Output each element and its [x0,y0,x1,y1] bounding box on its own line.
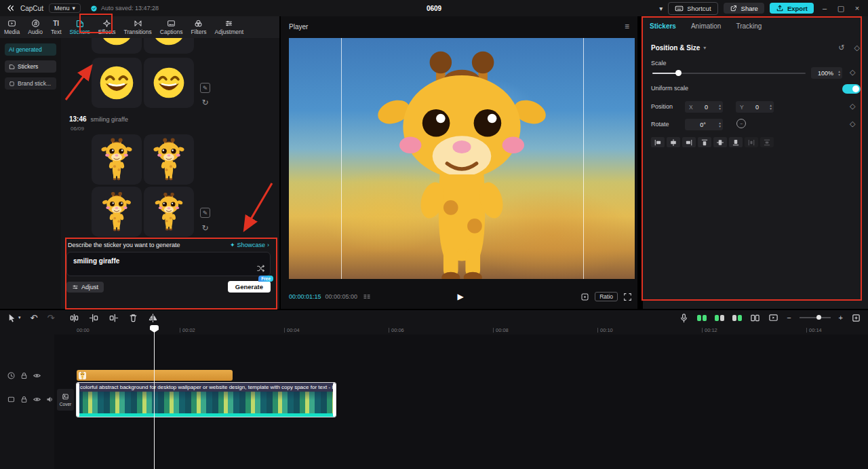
rotate-value-box[interactable]: 0° ▴▾ [685,119,723,130]
cover-button[interactable]: Cover [57,389,74,411]
scale-value-box[interactable]: 100% ▴▾ [811,67,842,79]
split-icon[interactable] [69,313,79,323]
scale-slider[interactable] [652,70,806,77]
sidebar-item-stickers[interactable]: Stickers [5,60,56,73]
maximize-button[interactable]: ▢ [835,4,846,13]
zoom-in-icon[interactable]: + [839,314,843,322]
delete-right-icon[interactable] [108,313,119,323]
preview-axis-icon[interactable] [768,313,778,323]
share-button[interactable]: Share [724,3,764,14]
scale-slider-knob[interactable] [675,70,682,76]
player-menu-icon[interactable]: ≡ [625,22,629,31]
mute-icon[interactable] [45,395,54,404]
zoom-out-icon[interactable]: − [787,314,791,322]
regenerate-icon[interactable]: ↻ [200,223,210,233]
menu-button[interactable]: Menu ▾ [49,3,81,13]
sidebar-item-brand-stickers[interactable]: Brand stick... [5,77,56,90]
split-view-icon[interactable] [750,313,760,323]
sticker-result-emoji[interactable] [144,38,194,54]
minimize-button[interactable]: – [819,4,830,12]
close-button[interactable]: × [852,4,863,12]
caret-down-icon[interactable]: ▾ [18,315,21,320]
clock-icon[interactable] [7,371,16,380]
reset-icon[interactable]: ↺ [838,43,844,52]
position-x-box[interactable]: X 0 ▴▾ [685,101,723,113]
edit-prompt-icon[interactable]: ✎ [200,208,210,218]
redo-icon[interactable]: ↷ [47,314,54,322]
tab-text[interactable]: TI Text [47,16,66,38]
align-bottom-button[interactable] [729,137,743,147]
tab-stickers[interactable]: Stickers [66,16,94,38]
tab-filters[interactable]: Filters [186,16,210,38]
align-center-horizontal-button[interactable] [667,137,680,147]
stepper-down-icon[interactable]: ▾ [838,73,840,77]
showcase-link[interactable]: ✦ Showcase › [230,242,269,248]
fit-timeline-icon[interactable] [851,313,861,323]
regenerate-icon[interactable]: ↻ [200,97,210,107]
fullscreen-icon[interactable] [623,293,632,301]
keyframe-diamond-icon[interactable]: ◇ [854,43,860,52]
clip-trim-handle-left[interactable] [77,383,79,417]
distribute-vertical-button[interactable] [760,137,774,147]
uniform-scale-toggle[interactable] [842,84,861,94]
align-top-button[interactable] [698,137,711,147]
distribute-horizontal-button[interactable] [745,137,758,147]
sticker-clip[interactable] [77,370,233,381]
timeline-ruler[interactable]: 00:00 00:02 00:04 00:06 00:08 00:10 00:1… [0,325,868,335]
delete-icon[interactable] [128,313,138,323]
lock-icon[interactable] [20,371,28,380]
edit-prompt-icon[interactable]: ✎ [200,83,210,93]
track-view-toggle-1[interactable] [697,315,707,321]
tab-media[interactable]: Media [0,16,24,38]
giraffe-preview[interactable] [370,50,554,279]
sticker-result-giraffe[interactable] [92,134,142,185]
playhead[interactable] [154,325,155,469]
keyframe-diamond-icon[interactable]: ◇ [850,68,855,77]
sticker-result-emoji[interactable] [144,58,194,108]
sticker-result-giraffe[interactable] [144,187,194,237]
align-middle-vertical-button[interactable] [713,137,727,147]
sticker-result-giraffe[interactable] [144,134,194,185]
video-clip[interactable]: colorful abstract background for desktop… [77,383,336,417]
timeline-zoom-slider[interactable] [800,315,831,320]
generate-button[interactable]: Generate Free [228,281,271,293]
sticker-result-emoji[interactable] [92,38,142,54]
sticker-result-giraffe[interactable] [92,187,142,237]
inspector-tab-tracking[interactable]: Tracking [736,22,762,30]
lock-icon[interactable] [20,395,28,404]
sticker-result-emoji[interactable] [92,58,142,108]
keyframe-diamond-icon[interactable]: ◇ [850,119,855,128]
eye-icon[interactable] [33,395,41,404]
snap-preview-icon[interactable] [580,293,589,301]
section-caret-icon[interactable]: ▾ [703,45,706,51]
track-type-icon[interactable] [7,395,16,404]
adjust-button[interactable]: Adjust [66,282,104,293]
undo-icon[interactable]: ↶ [31,314,38,322]
tab-audio[interactable]: Audio [24,16,47,38]
align-left-button[interactable] [651,137,665,147]
video-viewport[interactable] [289,38,635,279]
shuffle-icon[interactable] [256,264,265,273]
record-voiceover-icon[interactable] [679,313,689,323]
track-view-toggle-3[interactable] [732,315,742,321]
sidebar-item-ai-generated[interactable]: AI generated [5,43,56,56]
export-button[interactable]: Export [770,3,814,14]
ratio-button[interactable]: Ratio [595,292,618,301]
play-button[interactable]: ▶ [457,292,463,301]
keyframe-diamond-icon[interactable]: ◇ [850,102,855,111]
prompt-input[interactable]: smiling giraffe [66,252,271,276]
frame-list-icon[interactable] [363,293,371,301]
inspector-tab-stickers[interactable]: Stickers [650,22,676,30]
tab-effects[interactable]: Effects [94,16,120,38]
rotate-dial-icon[interactable]: − [736,119,746,128]
tab-captions[interactable]: Captions [156,16,187,38]
mirror-icon[interactable] [148,313,158,323]
inspector-tab-animation[interactable]: Animation [691,22,721,30]
display-mode-button[interactable]: ▾ [657,5,663,12]
position-y-box[interactable]: Y 0 ▴▾ [736,101,774,113]
eye-icon[interactable] [33,371,41,380]
tab-transitions[interactable]: Transitions [120,16,156,38]
shortcut-button[interactable]: Shortcut [668,2,717,15]
track-view-toggle-2[interactable] [715,315,724,321]
select-cursor-icon[interactable] [7,313,17,323]
